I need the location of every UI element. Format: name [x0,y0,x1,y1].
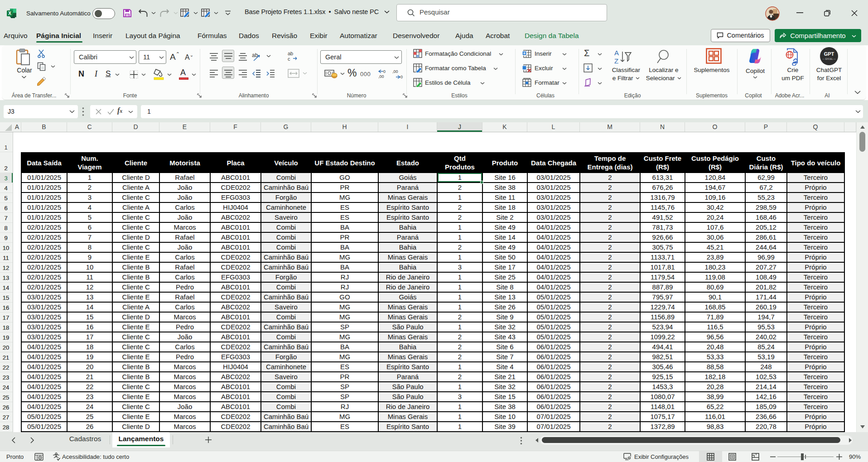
svg-text:GPT: GPT [824,51,834,57]
svg-text:0: 0 [383,69,386,74]
svg-text:ab: ab [288,51,293,56]
svg-text:,00: ,00 [378,74,384,79]
svg-text:c: c [288,56,290,62]
svg-text:— EXCEL —: — EXCEL — [823,58,836,60]
svg-text:A: A [614,49,619,57]
svg-text:0: 0 [400,75,403,79]
svg-text:X: X [8,11,11,16]
svg-text:,00: ,00 [392,69,398,74]
svg-text:Z: Z [614,57,618,65]
